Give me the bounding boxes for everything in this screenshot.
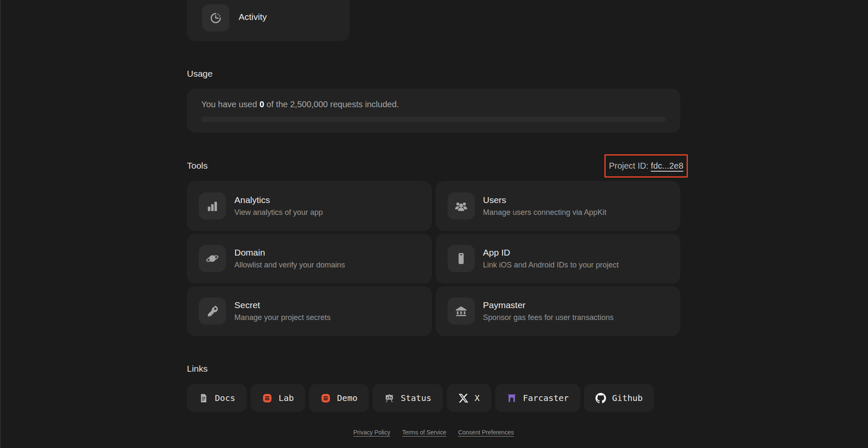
- project-id-highlight-box: Project ID: fdc...2e8: [604, 154, 688, 178]
- tool-card-users[interactable]: Users Manage users connecting via AppKit: [436, 181, 681, 231]
- tool-card-text: Analytics View analytics of your app: [234, 195, 323, 217]
- status-board-icon: [384, 393, 395, 403]
- usage-text-prefix: You have used: [201, 100, 259, 109]
- link-button-status[interactable]: Status: [373, 384, 442, 412]
- activity-clock-icon: [209, 11, 223, 25]
- links-heading: Links: [187, 364, 208, 374]
- tool-card-description: Link iOS and Android IDs to your project: [483, 261, 619, 270]
- tool-card-description: Allowlist and verify your domains: [234, 261, 345, 270]
- tool-icon-tile: [448, 298, 475, 325]
- link-button-label: Github: [612, 393, 643, 403]
- tool-card-domain[interactable]: Domain Allowlist and verify your domains: [187, 234, 432, 284]
- tool-card-title: App ID: [483, 248, 619, 258]
- tool-icon-tile: [448, 245, 475, 272]
- tool-icon-tile: [199, 245, 226, 272]
- tool-card-description: Manage users connecting via AppKit: [483, 208, 606, 217]
- dashboard-page: Activity Usage You have used 0 of the 2,…: [0, 0, 868, 448]
- users-icon: [454, 199, 468, 213]
- tool-card-secret[interactable]: Secret Manage your project secrets: [187, 286, 432, 336]
- activity-icon-tile: [202, 4, 229, 31]
- tool-card-text: App ID Link iOS and Android IDs to your …: [483, 248, 619, 270]
- appkit-icon: [262, 393, 273, 403]
- planet-icon: [205, 251, 220, 266]
- links-row: Docs Lab Demo Status X: [187, 384, 654, 412]
- activity-card[interactable]: Activity: [187, 0, 350, 41]
- tool-card-app-id[interactable]: App ID Link iOS and Android IDs to your …: [436, 234, 681, 284]
- tool-card-title: Users: [483, 195, 606, 205]
- tool-card-analytics[interactable]: Analytics View analytics of your app: [187, 181, 432, 231]
- tool-card-description: Sponsor gas fees for user transactions: [483, 313, 614, 322]
- farcaster-icon: [506, 393, 517, 403]
- project-id-label: Project ID:: [609, 161, 651, 171]
- left-edge-divider: [0, 0, 1, 448]
- github-icon: [595, 393, 606, 403]
- link-button-docs[interactable]: Docs: [187, 384, 247, 412]
- tool-card-text: Domain Allowlist and verify your domains: [234, 248, 345, 270]
- link-button-github[interactable]: Github: [584, 384, 654, 412]
- docs-icon: [198, 393, 209, 403]
- tool-card-text: Secret Manage your project secrets: [234, 300, 331, 322]
- tool-card-title: Analytics: [234, 195, 323, 205]
- link-button-farcaster[interactable]: Farcaster: [495, 384, 580, 412]
- project-id-value[interactable]: fdc...2e8: [651, 161, 684, 171]
- tools-grid: Analytics View analytics of your app Use…: [187, 181, 680, 336]
- link-button-label: Demo: [337, 393, 357, 403]
- usage-progress-bar: [201, 117, 666, 122]
- x-logo-icon: [458, 393, 469, 403]
- tool-icon-tile: [199, 192, 226, 220]
- key-icon: [205, 304, 220, 318]
- tool-card-title: Secret: [234, 300, 331, 310]
- link-button-lab[interactable]: Lab: [250, 384, 305, 412]
- link-button-label: Status: [401, 393, 431, 403]
- usage-heading: Usage: [187, 69, 213, 79]
- footer-link[interactable]: Consent Preferences: [458, 429, 514, 436]
- link-button-label: X: [475, 393, 480, 403]
- footer: Privacy PolicyTerms of ServiceConsent Pr…: [187, 429, 680, 436]
- link-button-label: Lab: [278, 393, 294, 403]
- tool-card-paymaster[interactable]: Paymaster Sponsor gas fees for user tran…: [436, 286, 681, 336]
- footer-link[interactable]: Terms of Service: [402, 429, 446, 436]
- tool-card-text: Users Manage users connecting via AppKit: [483, 195, 606, 217]
- tool-icon-tile: [199, 298, 226, 325]
- activity-label: Activity: [239, 12, 267, 22]
- link-button-x[interactable]: X: [447, 384, 491, 412]
- usage-text-suffix: of the 2,500,000 requests included.: [264, 100, 399, 109]
- bar-chart-icon: [205, 199, 220, 213]
- tool-card-description: View analytics of your app: [234, 208, 323, 217]
- usage-card: You have used 0 of the 2,500,000 request…: [187, 89, 680, 133]
- link-button-label: Docs: [215, 393, 235, 403]
- smartphone-icon: [454, 251, 468, 266]
- tool-card-description: Manage your project secrets: [234, 313, 331, 322]
- appkit-icon: [320, 393, 331, 403]
- footer-link[interactable]: Privacy Policy: [353, 429, 390, 436]
- tools-heading: Tools: [187, 161, 208, 171]
- tool-card-text: Paymaster Sponsor gas fees for user tran…: [483, 300, 614, 322]
- tool-card-title: Domain: [234, 248, 345, 258]
- usage-used-value: 0: [259, 100, 264, 109]
- bank-icon: [454, 304, 468, 318]
- link-button-demo[interactable]: Demo: [309, 384, 369, 412]
- usage-text: You have used 0 of the 2,500,000 request…: [201, 100, 399, 109]
- link-button-label: Farcaster: [523, 393, 569, 403]
- tool-icon-tile: [448, 192, 475, 220]
- tool-card-title: Paymaster: [483, 300, 614, 310]
